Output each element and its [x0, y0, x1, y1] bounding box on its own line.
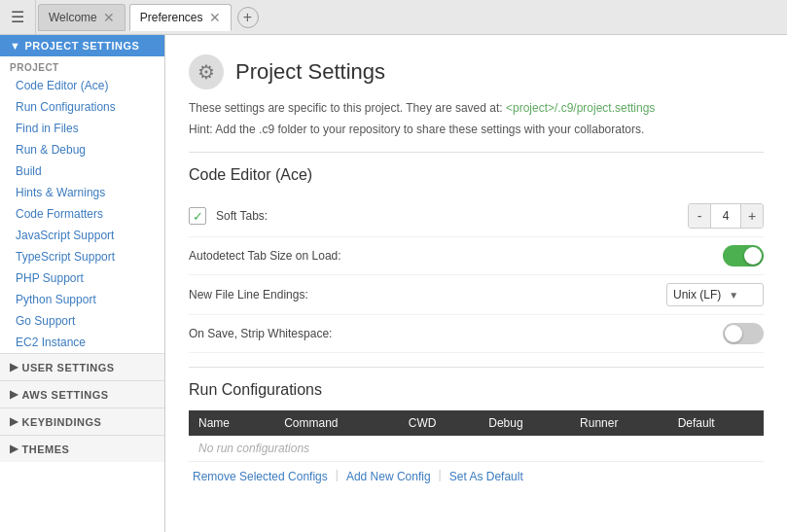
strip-whitespace-label: On Save, Strip Whitespace:: [189, 327, 723, 340]
action-remove-selected[interactable]: Remove Selected Configs: [189, 468, 332, 485]
sidebar-item-php-support[interactable]: PHP Support: [0, 267, 164, 289]
sidebar-section-project-settings-label: PROJECT SETTINGS: [24, 40, 139, 52]
sidebar: ▼ PROJECT SETTINGS PROJECT Code Editor (…: [0, 35, 165, 532]
divider-1: [189, 152, 764, 153]
line-endings-dropdown[interactable]: Unix (LF) ▼: [666, 283, 764, 306]
soft-tabs-checkbox[interactable]: ✓: [189, 207, 206, 225]
sidebar-item-ec2-instance[interactable]: EC2 Instance: [0, 332, 164, 353]
section-title-run-configurations: Run Configurations: [189, 381, 764, 399]
stepper-value[interactable]: [710, 204, 741, 228]
page-header: ⚙ Project Settings: [189, 54, 764, 89]
sidebar-section-aws-settings[interactable]: ▶ AWS SETTINGS: [0, 380, 164, 408]
sidebar-item-build[interactable]: Build: [0, 160, 164, 182]
content-area: ⚙ Project Settings These settings are sp…: [165, 35, 787, 532]
description-hint: Hint: Add the .c9 folder to your reposit…: [189, 121, 764, 138]
sidebar-item-run-configurations[interactable]: Run Configurations: [0, 96, 164, 118]
chevron-right-icon-aws: ▶: [10, 388, 18, 401]
soft-tabs-label: Soft Tabs:: [216, 209, 688, 223]
tab-preferences[interactable]: Preferences ✕: [129, 4, 232, 31]
strip-whitespace-control: [723, 323, 764, 344]
tab-bar-left: ☰: [4, 0, 36, 34]
description-main: These settings are specific to this proj…: [189, 101, 506, 115]
strip-whitespace-toggle[interactable]: [723, 323, 764, 344]
chevron-right-icon-themes: ▶: [10, 443, 18, 455]
stepper-increment[interactable]: +: [741, 204, 763, 228]
page-title: Project Settings: [235, 59, 385, 85]
tab-add-button[interactable]: +: [237, 7, 259, 28]
sidebar-item-go-support[interactable]: Go Support: [0, 310, 164, 332]
run-config-table: Name Command CWD Debug Runner Default No…: [189, 410, 764, 462]
line-endings-control: Unix (LF) ▼: [666, 283, 764, 306]
col-header-cwd: CWD: [399, 410, 479, 436]
table-header-row: Name Command CWD Debug Runner Default: [189, 410, 764, 436]
chevron-down-icon: ▼: [729, 290, 738, 301]
sidebar-section-themes[interactable]: ▶ THEMES: [0, 435, 164, 462]
sidebar-section-project-settings[interactable]: ▼ PROJECT SETTINGS: [0, 35, 164, 56]
tab-preferences-close[interactable]: ✕: [209, 11, 221, 24]
tab-preferences-label: Preferences: [140, 11, 203, 24]
sidebar-section-aws-settings-label: AWS SETTINGS: [22, 389, 109, 401]
sidebar-item-find-in-files[interactable]: Find in Files: [0, 118, 164, 139]
sidebar-item-python-support[interactable]: Python Support: [0, 289, 164, 310]
sidebar-item-run-debug[interactable]: Run & Debug: [0, 139, 164, 160]
stepper-decrement[interactable]: -: [689, 204, 710, 228]
tab-welcome[interactable]: Welcome ✕: [38, 4, 125, 31]
tab-welcome-close[interactable]: ✕: [103, 11, 115, 24]
divider-2: [189, 367, 764, 368]
tab-welcome-label: Welcome: [49, 11, 97, 24]
table-row-empty: No run configurations: [189, 436, 764, 462]
sidebar-section-keybindings[interactable]: ▶ KEYBINDINGS: [0, 408, 164, 435]
autodetect-tab-control: [723, 245, 764, 266]
sidebar-section-themes-label: THEMES: [22, 443, 70, 455]
setting-row-line-endings: New File Line Endings: Unix (LF) ▼: [189, 275, 764, 315]
sidebar-item-code-editor-ace[interactable]: Code Editor (Ace): [0, 75, 164, 96]
sidebar-item-typescript-support[interactable]: TypeScript Support: [0, 246, 164, 267]
line-endings-label: New File Line Endings:: [189, 288, 666, 301]
description: These settings are specific to this proj…: [189, 99, 764, 117]
chevron-right-icon-keys: ▶: [10, 415, 18, 428]
stepper: - +: [688, 203, 764, 229]
chevron-right-icon-user: ▶: [10, 361, 18, 373]
sidebar-subsection-project: PROJECT: [0, 56, 164, 75]
soft-tabs-control: ✓: [189, 207, 206, 225]
sidebar-section-keybindings-label: KEYBINDINGS: [22, 416, 102, 428]
col-header-debug: Debug: [479, 410, 570, 436]
autodetect-tab-toggle[interactable]: [723, 245, 764, 266]
sidebar-section-user-settings-label: USER SETTINGS: [22, 362, 115, 373]
gear-icon: ⚙: [189, 54, 224, 89]
description-link: <project>/.c9/project.settings: [506, 101, 655, 115]
setting-row-soft-tabs: ✓ Soft Tabs: - +: [189, 195, 764, 237]
sidebar-item-code-formatters[interactable]: Code Formatters: [0, 203, 164, 225]
chevron-down-icon: ▼: [10, 40, 20, 52]
sidebar-item-hints-warnings[interactable]: Hints & Warnings: [0, 182, 164, 203]
sidebar-item-javascript-support[interactable]: JavaScript Support: [0, 225, 164, 246]
col-header-command: Command: [274, 410, 399, 436]
col-header-runner: Runner: [570, 410, 668, 436]
col-header-default: Default: [668, 410, 764, 436]
setting-row-strip-whitespace: On Save, Strip Whitespace:: [189, 315, 764, 353]
col-header-name: Name: [189, 410, 274, 436]
table-actions: Remove Selected Configs | Add New Config…: [189, 468, 764, 485]
action-add-new[interactable]: Add New Config: [342, 468, 435, 485]
hamburger-icon[interactable]: ☰: [4, 4, 31, 31]
autodetect-tab-label: Autodetect Tab Size on Load:: [189, 249, 723, 263]
sidebar-section-user-settings[interactable]: ▶ USER SETTINGS: [0, 353, 164, 380]
empty-message: No run configurations: [189, 436, 764, 462]
main-layout: ▼ PROJECT SETTINGS PROJECT Code Editor (…: [0, 35, 787, 532]
section-title-code-editor: Code Editor (Ace): [189, 166, 764, 184]
setting-row-autodetect-tab: Autodetect Tab Size on Load:: [189, 237, 764, 275]
action-set-default[interactable]: Set As Default: [446, 468, 527, 485]
soft-tabs-stepper: - +: [688, 203, 764, 229]
tab-bar: ☰ Welcome ✕ Preferences ✕ +: [0, 0, 787, 35]
line-endings-value: Unix (LF): [673, 288, 721, 301]
